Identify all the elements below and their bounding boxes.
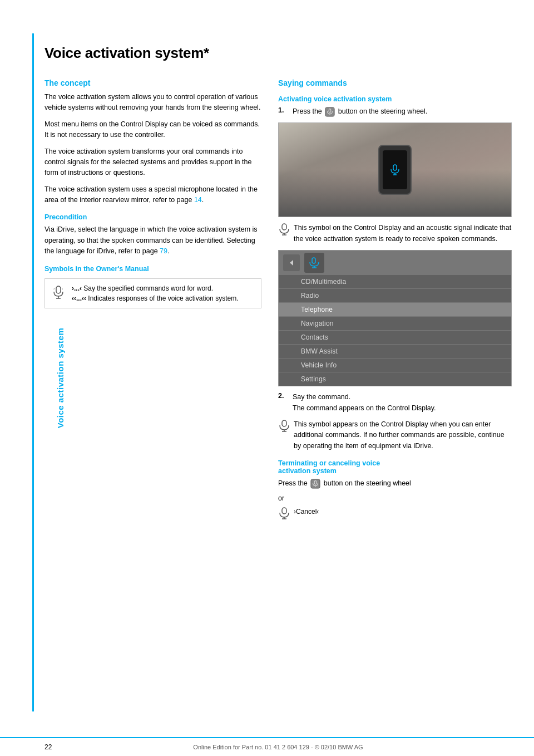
svg-text:‹: ‹ bbox=[62, 287, 63, 291]
svg-rect-8 bbox=[393, 165, 397, 170]
two-column-layout: The concept The voice activation system … bbox=[44, 78, 512, 524]
menu-item-navigation: Navigation bbox=[279, 317, 511, 331]
svg-rect-15 bbox=[312, 258, 315, 263]
mic-symbol-icon bbox=[278, 223, 290, 235]
menu-item-settings: Settings bbox=[279, 372, 511, 386]
step-2: 2. Say the command.The command appears o… bbox=[278, 392, 512, 414]
sidebar-label: Voice activation system bbox=[56, 328, 65, 428]
menu-item-radio: Radio bbox=[279, 289, 511, 303]
mic-icon: › ‹ bbox=[51, 284, 66, 300]
symbol-text: ›...‹ Say the specified commands word fo… bbox=[72, 283, 238, 303]
symbol-description-block: This symbol on the Control Display and a… bbox=[278, 223, 512, 244]
terminating-heading: Terminating or canceling voiceactivation… bbox=[278, 459, 512, 475]
page-number: 22 bbox=[44, 743, 52, 751]
menu-item-contacts: Contacts bbox=[279, 331, 511, 345]
svg-rect-18 bbox=[282, 420, 286, 426]
page-ref-14[interactable]: 14 bbox=[194, 196, 202, 204]
menu-item-bmw-assist: BMW Assist bbox=[279, 345, 511, 359]
svg-text:›: › bbox=[53, 287, 55, 291]
footer: 22 Online Edition for Part no. 01 41 2 6… bbox=[0, 737, 534, 756]
step-1: 1. Press the button on the steering whee… bbox=[278, 106, 512, 117]
symbols-heading: Symbols in the Owner's Manual bbox=[44, 265, 261, 273]
or-text: or bbox=[278, 494, 512, 502]
symbol-description-text: This symbol on the Control Display and a… bbox=[294, 223, 512, 244]
step-2-number: 2. bbox=[278, 392, 287, 400]
page-container: Voice activation system Voice activation… bbox=[0, 0, 534, 756]
main-content: Voice activation system* The concept The… bbox=[44, 33, 512, 524]
concept-paragraph-1: The voice activation system allows you t… bbox=[44, 92, 261, 114]
step-1-text: Press the button on the steering wheel. bbox=[293, 106, 427, 117]
symbol-line-2: ‹‹...‹‹ Indicates responses of the voice… bbox=[72, 293, 238, 303]
cancel-block: ›Cancel‹ bbox=[278, 507, 512, 519]
step-2-text: Say the command.The command appears on t… bbox=[293, 392, 436, 414]
terminating-text: Press the button on the steering wheel bbox=[278, 478, 512, 489]
left-column: The concept The voice activation system … bbox=[44, 78, 261, 524]
concept-heading: The concept bbox=[44, 78, 261, 87]
menu-item-cd: CD/Multimedia bbox=[279, 275, 511, 289]
page-ref-79[interactable]: 79 bbox=[160, 247, 167, 255]
step-1-number: 1. bbox=[278, 106, 287, 114]
footer-text: Online Edition for Part no. 01 41 2 604 … bbox=[193, 744, 363, 750]
menu-items-list: CD/Multimedia Radio Telephone Navigation… bbox=[279, 275, 511, 386]
saying-commands-heading: Saying commands bbox=[278, 78, 512, 87]
device-in-image bbox=[378, 145, 412, 195]
symbol-box: › ‹ ›...‹ Say the specified commands wor… bbox=[44, 278, 261, 308]
cancel-label: ›Cancel‹ bbox=[294, 507, 319, 517]
control-display-menu: CD/Multimedia Radio Telephone Navigation… bbox=[278, 250, 512, 386]
menu-header bbox=[279, 251, 511, 275]
concept-paragraph-2: Most menu items on the Control Display c… bbox=[44, 119, 261, 141]
mic-symbol-icon-3 bbox=[278, 507, 290, 519]
concept-paragraph-3: The voice activation system transforms y… bbox=[44, 146, 261, 179]
svg-rect-24 bbox=[282, 508, 286, 514]
step-2-symbol-text: This symbol appears on the Control Displ… bbox=[294, 419, 512, 451]
page-title: Voice activation system* bbox=[44, 45, 512, 62]
device-screen bbox=[383, 150, 407, 189]
steering-wheel-button-icon-2 bbox=[310, 479, 320, 489]
precondition-heading: Precondition bbox=[44, 213, 261, 221]
svg-rect-11 bbox=[282, 224, 286, 230]
svg-rect-0 bbox=[56, 286, 61, 293]
steering-wheel-button-icon bbox=[325, 107, 335, 117]
svg-marker-14 bbox=[290, 260, 293, 266]
image-interior bbox=[279, 123, 511, 217]
symbol-line-1: ›...‹ Say the specified commands word fo… bbox=[72, 283, 238, 293]
blue-border bbox=[32, 33, 34, 711]
car-interior-image bbox=[278, 122, 512, 217]
step-2-symbol-block: This symbol appears on the Control Displ… bbox=[278, 419, 512, 451]
activating-heading: Activating voice activation system bbox=[278, 95, 512, 103]
menu-item-vehicle-info: Vehicle Info bbox=[279, 359, 511, 372]
right-column: Saying commands Activating voice activat… bbox=[278, 78, 512, 524]
precondition-text: Via iDrive, select the language in which… bbox=[44, 224, 261, 257]
terminating-section: Terminating or canceling voiceactivation… bbox=[278, 459, 512, 519]
menu-item-telephone: Telephone bbox=[279, 303, 511, 317]
concept-paragraph-4: The voice activation system uses a speci… bbox=[44, 184, 261, 206]
mic-symbol-icon-2 bbox=[278, 420, 290, 432]
